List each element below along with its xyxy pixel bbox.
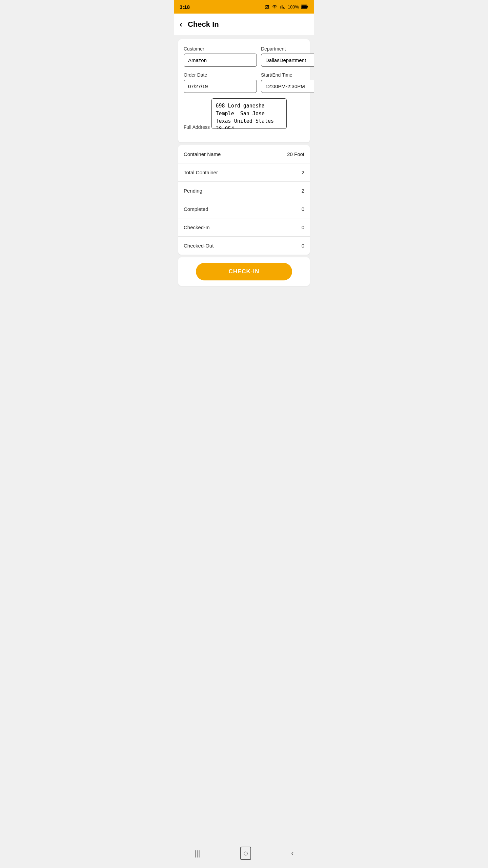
status-icons: 🖼 100% (265, 4, 308, 9)
info-row: Completed0 (178, 200, 310, 218)
info-label: Total Container (184, 170, 218, 175)
address-label: Full Address (184, 124, 210, 130)
customer-group: Customer (184, 46, 257, 67)
info-value: 0 (302, 206, 304, 212)
customer-label: Customer (184, 46, 257, 52)
bottom-nav: ||| ○ ‹ (174, 841, 314, 868)
customer-department-row: Customer Department (184, 46, 304, 67)
info-label: Pending (184, 188, 202, 194)
date-time-row: Order Date Start/End Time (184, 72, 304, 93)
address-row: Full Address (184, 98, 304, 130)
signal-icon (280, 4, 286, 9)
order-date-label: Order Date (184, 72, 257, 78)
info-label: Checked-In (184, 224, 210, 230)
page-title: Check In (188, 20, 219, 29)
info-table: Container Name20 FootTotal Container2Pen… (178, 145, 310, 255)
info-row: Total Container2 (178, 163, 310, 182)
battery-icon (301, 4, 308, 9)
info-value: 0 (302, 224, 304, 230)
checkin-section: CHECK-IN (178, 257, 310, 286)
svg-rect-1 (301, 5, 307, 8)
customer-input[interactable] (184, 54, 257, 67)
info-value: 20 Foot (287, 151, 304, 157)
info-value: 2 (302, 170, 304, 175)
info-value: 2 (302, 188, 304, 194)
start-end-time-group: Start/End Time (261, 72, 314, 93)
info-row: Checked-In0 (178, 218, 310, 237)
address-input[interactable] (211, 98, 287, 129)
checkin-button[interactable]: CHECK-IN (196, 263, 292, 280)
info-row: Pending2 (178, 182, 310, 200)
start-end-time-label: Start/End Time (261, 72, 314, 78)
start-end-time-input[interactable] (261, 80, 314, 93)
main-content: Customer Department Order Date Start/End… (174, 35, 314, 290)
svg-rect-2 (307, 6, 308, 8)
order-date-input[interactable] (184, 80, 257, 93)
nav-home-icon[interactable]: ○ (240, 847, 251, 860)
info-label: Checked-Out (184, 243, 214, 249)
wifi-icon (271, 4, 278, 9)
department-label: Department (261, 46, 314, 52)
info-row: Container Name20 Foot (178, 145, 310, 163)
info-label: Completed (184, 206, 208, 212)
info-row: Checked-Out0 (178, 237, 310, 255)
battery-text: 100% (288, 4, 299, 9)
order-date-group: Order Date (184, 72, 257, 93)
status-time: 3:18 (180, 4, 190, 10)
nav-menu-icon[interactable]: ||| (194, 849, 200, 858)
photo-icon: 🖼 (265, 4, 269, 9)
nav-back-icon[interactable]: ‹ (291, 849, 293, 858)
form-card: Customer Department Order Date Start/End… (178, 39, 310, 142)
info-label: Container Name (184, 151, 221, 157)
department-group: Department (261, 46, 314, 67)
header: ‹ Check In (174, 14, 314, 35)
back-button[interactable]: ‹ (180, 20, 182, 29)
department-input[interactable] (261, 54, 314, 67)
info-value: 0 (302, 243, 304, 249)
status-bar: 3:18 🖼 100% (174, 0, 314, 14)
